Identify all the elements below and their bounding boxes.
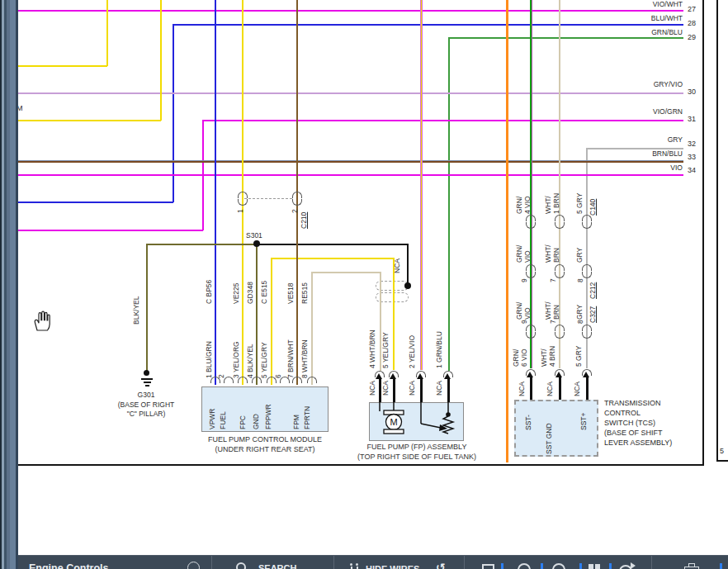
label-fpcm-circuits-4: VE518 [286,282,295,304]
inline-connector-arc [582,325,592,331]
label-fpcm-terminals-6: FPRTN [303,406,311,429]
search-button[interactable]: SEARCH [258,563,296,569]
inline-connector-arc [555,272,565,278]
wire [106,0,108,66]
label-tcs-mid2_labels-2: GRY [575,305,584,320]
hand-cursor-shape [35,311,50,330]
g301-location-line1: (BASE OF RIGHT [108,401,184,409]
bottom-toolbar: Engine Controls SEARCH HIDE WIRES ↺ [18,555,728,569]
motor-m-label: M [390,417,397,427]
nca-arrowhead [527,372,533,377]
label-connectors-c210-pins-1: 2 [291,209,299,213]
inline-connector-arc [555,325,565,331]
wire [271,258,272,385]
label-labels-nca: NCA [393,258,401,273]
label-tcs-c327_pins-1: 7 [549,320,557,324]
label-tcs-bottom_labels-2: 5 GRY [574,346,583,367]
row-number: 28 [688,19,696,27]
fpcm-caption-line1: FUEL PUMP CONTROL MODULE [201,435,329,443]
hide-wires-button[interactable]: HIDE WIRES [366,564,419,569]
square-tool-icon[interactable] [482,564,494,569]
nca-arrow-line [530,377,532,400]
label-connectors-c210-name: C210 [300,212,308,229]
label-fpcm-pin_labels-0: 1 BLU/GRN [205,341,213,378]
label-tcs-terminals-1: SST GND [545,423,553,454]
label-tcs-bottom_labels-0: GRN/ 6 VIO [512,349,528,367]
label-pump-pin_labels-2: 2 YEL/VIO [408,335,416,368]
mouse-cursor-hand [31,309,51,332]
wire [173,24,683,26]
wiring-diagram-canvas[interactable]: EM S301 G301 (BASE OF RIGHT "C" PILLAR) … [0,0,728,569]
ground-bar [145,385,149,386]
window-edge-scrollbar[interactable] [0,0,18,569]
wire [18,120,161,121]
inline-connector-arc [238,199,248,206]
ground-bar [144,382,151,383]
inline-connector-arc [526,332,536,339]
info-icon[interactable] [187,562,200,569]
row-number: 29 [688,33,696,41]
row-wire-color-label: BLU/WHT [613,14,683,22]
nca-arrow-line [420,378,423,402]
label-tcs-c212_pins-1: 7 [549,278,557,282]
row-number: 31 [688,115,696,123]
nca-arrow-line [447,378,450,402]
pump-caption-line1: FUEL PUMP (FP) ASSEMBLY [355,443,479,451]
search-icon[interactable] [236,562,246,569]
label-labels-nca: NCA [368,381,376,396]
circle-tool-icon[interactable] [518,563,531,569]
fuel-pump-internal-symbols: M [369,402,464,441]
label-tcs-top_labels-0: GRN/ 4 VIO [515,196,532,214]
toolbar-blue-divider [609,563,612,569]
label-fpcm-terminals-0: VPWR [208,409,216,430]
inline-connector-arc [582,222,592,229]
junction-dot [144,370,149,376]
sender-wiper-line [421,424,441,428]
label-tcs-c212_pins-2: 8 [576,278,584,282]
label-fpcm-ground_wire: BLK/YEL [132,296,140,325]
splice-s301-label: S301 [246,231,262,239]
row-wire-color-label: VIO/GRN [613,107,683,116]
wire [215,0,216,385]
ground-bar [141,378,153,380]
label-tcs-c212_pins-0: 9 [520,278,528,282]
sender-resistor-zigzag [443,416,453,434]
toolbar-separator [651,556,652,569]
page2-row-number: 5 [720,447,724,455]
label-tcs-top_labels-1: WHT/ 1 BRN [544,193,560,214]
junction-dot [253,240,260,247]
wire [448,37,450,371]
label-pump-pin_labels-0: 4 WHT/BRN [368,330,376,368]
clock-history-icon[interactable] [552,563,565,569]
wire [407,244,409,285]
sender-junction-dot [446,412,451,417]
toolbar-separator [333,556,334,569]
row-wire-color-label: VIO [613,164,683,172]
label-fpcm-pin_labels-1: 2 [217,374,225,378]
page-right-border [702,0,704,466]
label-tcs-c212: C212 [589,282,597,299]
label-labels-nca: NCA [573,382,581,396]
wire [257,244,409,245]
label-fpcm-circuits-1: VE225 [232,282,240,304]
fpcm-caption-line2: (UNDER RIGHT REAR SEAT) [201,445,329,453]
inline-connector-arc [238,192,248,198]
undo-icon[interactable]: ↺ [436,561,446,569]
label-fpcm-circuits-0: C BP56 [205,280,213,304]
pump-caption-line2: (TOP RIGHT SIDE OF FUEL TANK) [355,453,479,461]
row-wire-color-label: GRY [613,135,683,144]
label-fpcm-pin_labels-3: 4 BLK/YEL [246,344,254,378]
wire [311,272,381,273]
row-wire-color-label: VIO/WHT [613,0,683,8]
label-fpcm-circuits-3: C E515 [260,281,268,304]
inline-connector-arc [292,199,302,206]
label-tcs-mid_labels-0: GRN/ VIO [515,245,532,263]
wire [18,230,203,231]
label-fpcm-circuits-5: RE515 [300,282,309,304]
nca-arrowhead [417,373,423,379]
c210-dashed-line [244,198,292,199]
wire [420,0,423,370]
row-number: 30 [688,88,696,96]
label-fpcm-terminals-4: FPPWR [264,404,272,429]
inline-connector-arc [582,332,592,339]
